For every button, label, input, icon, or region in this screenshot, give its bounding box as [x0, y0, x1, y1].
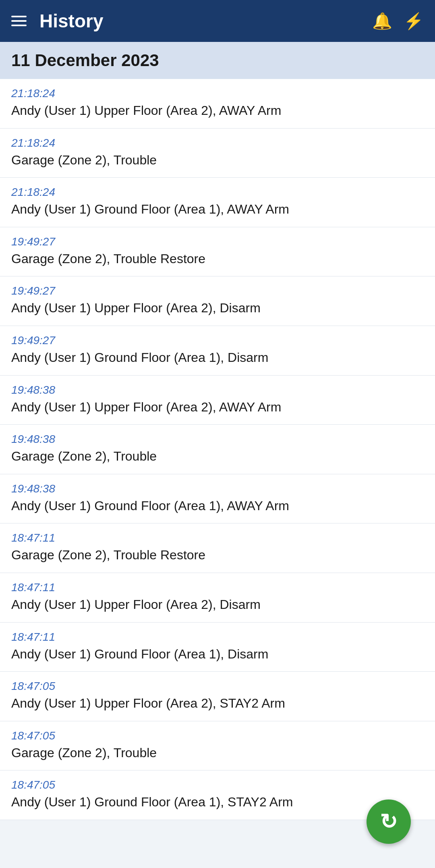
- menu-button[interactable]: [11, 16, 27, 26]
- item-description: Andy (User 1) Upper Floor (Area 2), AWAY…: [11, 102, 424, 119]
- item-time: 19:49:27: [11, 284, 424, 297]
- item-time: 18:47:05: [11, 729, 424, 742]
- item-description: Garage (Zone 2), Trouble Restore: [11, 251, 424, 268]
- bolt-icon[interactable]: ⚡: [404, 12, 424, 31]
- list-item: 18:47:11Andy (User 1) Ground Floor (Area…: [0, 623, 435, 672]
- item-time: 21:18:24: [11, 137, 424, 150]
- page-title: History: [39, 10, 103, 32]
- bell-icon[interactable]: 🔔: [372, 12, 392, 31]
- list-item: 19:48:38Andy (User 1) Upper Floor (Area …: [0, 376, 435, 425]
- list-item: 19:49:27Garage (Zone 2), Trouble Restore: [0, 227, 435, 277]
- app-header: History 🔔 ⚡: [0, 0, 435, 42]
- item-description: Andy (User 1) Upper Floor (Area 2), AWAY…: [11, 399, 424, 416]
- list-item: 19:48:38Andy (User 1) Ground Floor (Area…: [0, 474, 435, 524]
- header-icons: 🔔 ⚡: [372, 12, 424, 31]
- item-time: 18:47:11: [11, 532, 424, 544]
- list-item: 21:18:24Andy (User 1) Upper Floor (Area …: [0, 79, 435, 129]
- item-time: 18:47:05: [11, 779, 424, 791]
- item-time: 18:47:05: [11, 680, 424, 693]
- header-left: History: [11, 10, 103, 32]
- item-description: Andy (User 1) Upper Floor (Area 2), STAY…: [11, 695, 424, 712]
- item-time: 19:49:27: [11, 235, 424, 248]
- refresh-icon: ↻: [380, 810, 398, 820]
- item-time: 18:47:11: [11, 631, 424, 644]
- history-list: 21:18:24Andy (User 1) Upper Floor (Area …: [0, 79, 435, 820]
- item-description: Garage (Zone 2), Trouble: [11, 448, 424, 465]
- item-time: 18:47:11: [11, 581, 424, 594]
- list-item: 21:18:24Garage (Zone 2), Trouble: [0, 129, 435, 178]
- item-time: 21:18:24: [11, 186, 424, 199]
- item-time: 19:48:38: [11, 482, 424, 495]
- item-description: Andy (User 1) Upper Floor (Area 2), Disa…: [11, 596, 424, 613]
- list-item: 18:47:11Garage (Zone 2), Trouble Restore: [0, 523, 435, 573]
- item-description: Garage (Zone 2), Trouble Restore: [11, 547, 424, 564]
- list-item: 19:49:27Andy (User 1) Upper Floor (Area …: [0, 276, 435, 326]
- item-description: Andy (User 1) Ground Floor (Area 1), Dis…: [11, 646, 424, 663]
- list-item: 18:47:11Andy (User 1) Upper Floor (Area …: [0, 573, 435, 623]
- date-label: 11 December 2023: [11, 51, 159, 70]
- list-item: 18:47:05Garage (Zone 2), Trouble: [0, 721, 435, 771]
- list-item: 18:47:05Andy (User 1) Upper Floor (Area …: [0, 672, 435, 721]
- item-time: 21:18:24: [11, 87, 424, 100]
- item-description: Garage (Zone 2), Trouble: [11, 152, 424, 169]
- item-description: Andy (User 1) Upper Floor (Area 2), Disa…: [11, 300, 424, 317]
- item-time: 19:48:38: [11, 384, 424, 397]
- item-description: Andy (User 1) Ground Floor (Area 1), AWA…: [11, 498, 424, 515]
- list-item: 19:48:38Garage (Zone 2), Trouble: [0, 425, 435, 474]
- date-bar: 11 December 2023: [0, 42, 435, 79]
- item-description: Andy (User 1) Ground Floor (Area 1), AWA…: [11, 201, 424, 218]
- item-description: Garage (Zone 2), Trouble: [11, 745, 424, 762]
- list-item: 21:18:24Andy (User 1) Ground Floor (Area…: [0, 178, 435, 227]
- item-description: Andy (User 1) Ground Floor (Area 1), STA…: [11, 794, 424, 811]
- item-description: Andy (User 1) Ground Floor (Area 1), Dis…: [11, 349, 424, 366]
- list-item: 19:49:27Andy (User 1) Ground Floor (Area…: [0, 326, 435, 376]
- item-time: 19:49:27: [11, 334, 424, 347]
- item-time: 19:48:38: [11, 433, 424, 446]
